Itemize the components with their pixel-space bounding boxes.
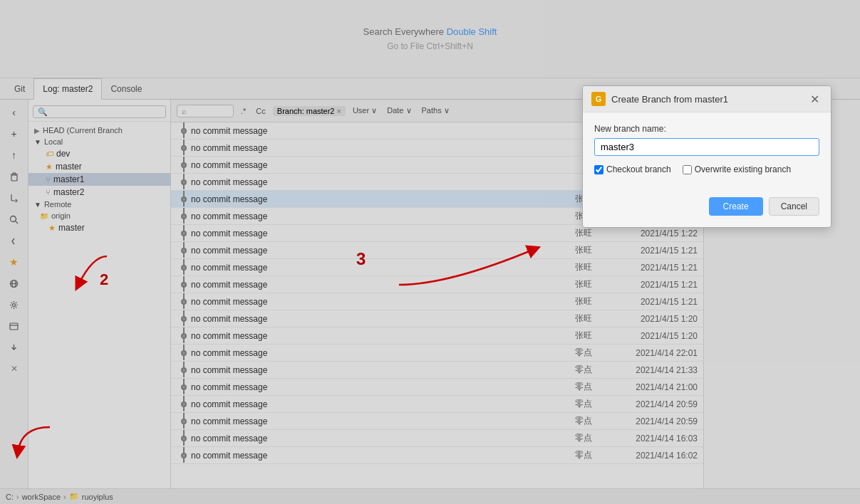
modal-body: New branch name: Checkout branch Overwri…	[583, 112, 831, 197]
modal-options: Checkout branch Overwrite existing branc…	[594, 164, 819, 174]
modal-app-icon: G	[591, 92, 606, 106]
modal-title: Create Branch from master1	[611, 94, 807, 105]
modal-branch-name-input[interactable]	[594, 138, 819, 156]
modal-header: G Create Branch from master1 ✕	[583, 86, 831, 112]
modal-overlay: G Create Branch from master1 ✕ New branc…	[0, 0, 860, 504]
create-button[interactable]: Create	[709, 197, 763, 216]
checkout-branch-checkbox[interactable]	[594, 165, 603, 174]
checkout-branch-label[interactable]: Checkout branch	[594, 164, 671, 174]
modal-close-button[interactable]: ✕	[807, 93, 822, 106]
create-branch-dialog: G Create Branch from master1 ✕ New branc…	[582, 85, 831, 228]
cancel-button[interactable]: Cancel	[769, 197, 819, 216]
modal-footer: Create Cancel	[583, 197, 831, 227]
overwrite-branch-label[interactable]: Overwrite existing branch	[683, 164, 791, 174]
modal-branch-label: New branch name:	[594, 124, 819, 134]
overwrite-branch-checkbox[interactable]	[683, 165, 692, 174]
